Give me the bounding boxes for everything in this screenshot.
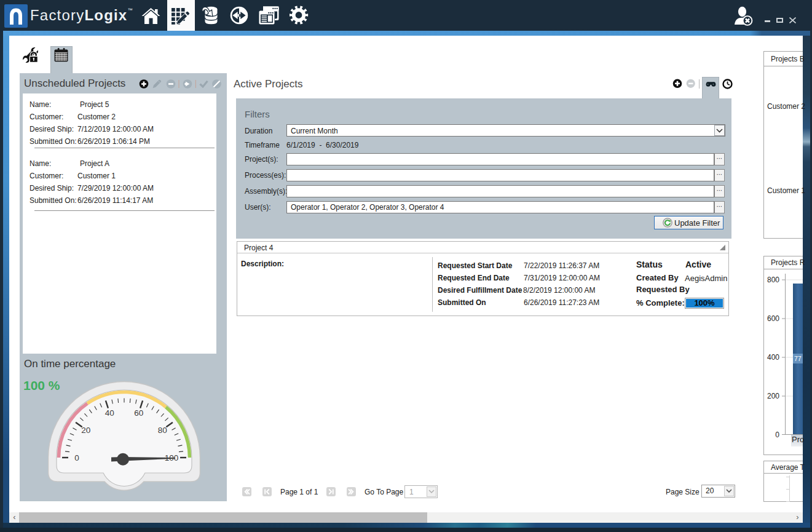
svg-text:40: 40 [105, 408, 114, 418]
svg-text:80: 80 [158, 426, 167, 435]
svg-text:77: 77 [794, 355, 802, 362]
svg-text:0: 0 [74, 453, 79, 463]
svg-text:60: 60 [134, 408, 143, 418]
svg-text:20: 20 [81, 426, 90, 435]
